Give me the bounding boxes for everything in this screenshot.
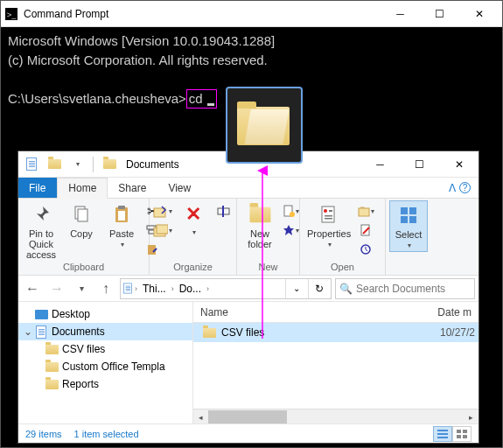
svg-rect-21 [325, 215, 332, 217]
scrollbar-thumb[interactable] [208, 410, 287, 424]
delete-button[interactable]: ✕▾ [174, 200, 213, 238]
pin-to-quick-access-button[interactable]: Pin to Quick access [22, 200, 60, 262]
chevron-right-icon[interactable]: › [171, 284, 174, 293]
open-button[interactable]: ▾ [356, 202, 375, 220]
pin-icon [29, 202, 53, 227]
forward-button[interactable]: → [46, 278, 67, 299]
minimize-button[interactable]: ─ [381, 1, 420, 26]
svg-point-19 [324, 209, 327, 213]
folder-icon [45, 342, 59, 356]
breadcrumb-segment[interactable]: Thi... [139, 283, 170, 295]
navigation-pane[interactable]: Desktop ⌄Documents CSV files Custom Offi… [18, 302, 193, 424]
chevron-right-icon[interactable]: › [206, 284, 209, 293]
properties-icon [317, 202, 341, 227]
address-dropdown-icon[interactable]: ⌄ [285, 278, 306, 299]
properties-qat-icon[interactable] [22, 155, 41, 174]
svg-rect-32 [437, 437, 448, 438]
file-row[interactable]: CSV files 10/27/2 [193, 323, 479, 342]
search-box[interactable]: 🔍 Search Documents [335, 278, 475, 299]
folder-icon [45, 377, 59, 391]
tree-item-templates[interactable]: Custom Office Templa [18, 358, 192, 375]
svg-text:>_: >_ [7, 9, 17, 18]
easy-access-button[interactable]: ▾ [281, 221, 300, 239]
folder-icon [45, 360, 59, 374]
drag-folder-ghost [226, 87, 303, 164]
svg-rect-27 [409, 207, 416, 214]
tab-view[interactable]: View [157, 178, 202, 198]
svg-rect-24 [361, 225, 369, 235]
svg-point-17 [290, 212, 295, 217]
minimize-button[interactable]: ─ [360, 151, 400, 177]
maximize-button[interactable]: ☐ [420, 1, 459, 26]
folder-icon [100, 155, 119, 174]
close-button[interactable]: ✕ [459, 1, 499, 26]
address-bar-row: ← → ▾ ↑ › Thi... › Do... › ⌄ ↻ 🔍 Search … [18, 276, 479, 302]
new-item-button[interactable]: ▾ [281, 202, 300, 220]
copy-to-button[interactable]: ▾ [153, 221, 172, 239]
folder-icon [122, 282, 133, 295]
tab-share[interactable]: Share [108, 178, 157, 198]
quick-access-toolbar: ▾ [18, 155, 122, 174]
properties-button[interactable]: Properties▾ [304, 200, 354, 250]
svg-rect-15 [222, 206, 224, 217]
tab-home[interactable]: Home [57, 178, 108, 199]
rename-button[interactable] [214, 202, 234, 220]
document-icon [34, 325, 48, 339]
svg-rect-6 [118, 206, 125, 209]
status-bar: 29 items 1 item selected [18, 424, 479, 444]
svg-rect-4 [78, 209, 87, 221]
group-label-open: Open [304, 262, 381, 273]
copy-button[interactable]: Copy [62, 200, 101, 241]
paste-icon [109, 202, 134, 227]
group-label-clipboard: Clipboard [22, 262, 145, 273]
svg-rect-34 [463, 430, 467, 433]
close-button[interactable]: ✕ [439, 151, 479, 177]
svg-rect-35 [457, 435, 461, 438]
column-date[interactable]: Date m [430, 306, 479, 318]
tree-item-desktop[interactable]: Desktop [18, 305, 192, 323]
tree-item-csv-files[interactable]: CSV files [18, 340, 192, 358]
large-icons-view-button[interactable] [452, 426, 472, 442]
tab-file[interactable]: File [18, 178, 57, 198]
svg-rect-18 [322, 206, 334, 222]
ribbon-tabs: File Home Share View ᐱ ? [18, 178, 479, 199]
edit-button[interactable] [356, 221, 375, 239]
breadcrumb-segment[interactable]: Do... [176, 283, 205, 295]
new-folder-qat-icon[interactable] [45, 155, 64, 174]
scroll-left-icon[interactable]: ◂ [193, 410, 208, 424]
history-button[interactable] [356, 241, 375, 258]
tree-item-documents[interactable]: ⌄Documents [18, 323, 192, 340]
paste-button[interactable]: Paste▾ [102, 200, 141, 250]
column-name[interactable]: Name [193, 306, 430, 318]
recent-locations-button[interactable]: ▾ [71, 278, 92, 299]
cmd-input-highlight: cd [186, 89, 217, 108]
collapse-icon[interactable]: ⌄ [24, 326, 32, 338]
svg-rect-33 [457, 430, 461, 433]
back-button[interactable]: ← [22, 278, 43, 299]
address-bar[interactable]: › Thi... › Do... › ⌄ ↻ [120, 278, 332, 299]
tree-item-reports[interactable]: Reports [18, 375, 192, 393]
svg-rect-23 [359, 208, 369, 216]
svg-rect-36 [463, 435, 467, 438]
explorer-window: ▾ Documents ─ ☐ ✕ File Home Share View ᐱ… [17, 150, 479, 444]
svg-rect-7 [118, 211, 125, 220]
refresh-button[interactable]: ↻ [308, 278, 329, 299]
up-button[interactable]: ↑ [95, 278, 116, 299]
select-button[interactable]: Select▾ [389, 200, 428, 252]
group-label-organize: Organize [153, 262, 233, 273]
qat-dropdown-icon[interactable]: ▾ [67, 155, 87, 174]
folder-icon [202, 326, 216, 340]
maximize-button[interactable]: ☐ [400, 151, 439, 177]
file-list[interactable]: CSV files 10/27/2 [193, 323, 479, 409]
svg-rect-31 [437, 433, 448, 435]
details-view-button[interactable] [433, 426, 452, 442]
move-to-button[interactable]: ▾ [153, 202, 172, 220]
ribbon-collapse-icon[interactable]: ᐱ ? [442, 178, 479, 198]
svg-rect-13 [157, 225, 168, 234]
chevron-right-icon[interactable]: › [135, 284, 137, 293]
cmd-titlebar[interactable]: >_ Command Prompt ─ ☐ ✕ [1, 1, 502, 27]
desktop-icon [34, 307, 48, 321]
cmd-line: (c) Microsoft Corporation. All rights re… [8, 52, 268, 67]
horizontal-scrollbar[interactable]: ◂ ▸ [193, 409, 479, 424]
scroll-right-icon[interactable]: ▸ [464, 410, 479, 424]
